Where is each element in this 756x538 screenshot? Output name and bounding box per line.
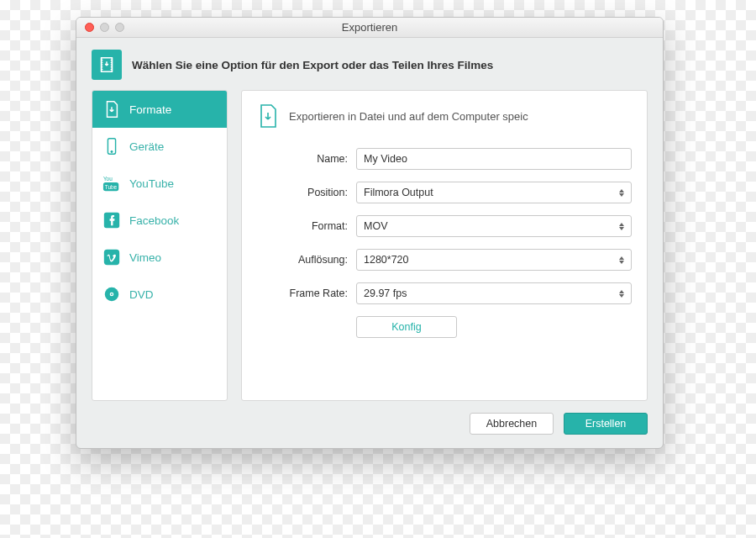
sidebar-item-dvd[interactable]: DVD: [92, 276, 227, 313]
export-sidebar: Formate Geräte YouTube YouTube: [92, 90, 228, 401]
resolution-label: Auflösung:: [257, 254, 356, 266]
sidebar-item-formats[interactable]: Formate: [92, 91, 227, 128]
header: Wählen Sie eine Option für den Export od…: [92, 50, 648, 80]
sidebar-item-label: Vimeo: [129, 251, 161, 264]
dvd-disc-icon: [102, 285, 121, 303]
framerate-select-value: 29.97 fps: [364, 287, 407, 299]
resolution-select-value: 1280*720: [364, 254, 409, 266]
resolution-select[interactable]: 1280*720: [356, 249, 632, 271]
svg-point-9: [111, 293, 113, 295]
format-select-value: MOV: [364, 220, 387, 232]
cancel-button[interactable]: Abbrechen: [470, 413, 554, 435]
svg-text:You: You: [103, 176, 113, 182]
select-updown-icon: [619, 223, 624, 230]
window-title: Exportieren: [76, 21, 663, 34]
select-updown-icon: [619, 256, 624, 264]
select-updown-icon: [619, 290, 624, 298]
svg-rect-6: [104, 250, 119, 265]
header-text: Wählen Sie eine Option für den Export od…: [132, 59, 493, 71]
file-download-icon: [102, 100, 121, 119]
sidebar-item-label: Formate: [129, 103, 171, 116]
format-label: Format:: [257, 220, 356, 232]
export-window: Exportieren Wählen Sie eine Option für d…: [76, 17, 664, 449]
framerate-label: Frame Rate:: [257, 287, 356, 299]
svg-point-1: [111, 150, 113, 152]
panel-heading: Exportieren in Datei und auf dem Compute…: [257, 103, 632, 129]
export-panel: Exportieren in Datei und auf dem Compute…: [241, 90, 648, 401]
file-download-outline-icon: [257, 103, 279, 129]
window-content: Wählen Sie eine Option für den Export od…: [76, 38, 663, 448]
sidebar-item-facebook[interactable]: Facebook: [92, 202, 227, 239]
vimeo-icon: [102, 248, 121, 266]
sidebar-item-label: YouTube: [129, 177, 174, 190]
footer: Abbrechen Erstellen: [92, 413, 648, 435]
panel-heading-text: Exportieren in Datei und auf dem Compute…: [289, 110, 528, 123]
framerate-select[interactable]: 29.97 fps: [356, 282, 632, 304]
name-label: Name:: [257, 153, 356, 165]
svg-text:Tube: Tube: [105, 184, 118, 190]
create-button[interactable]: Erstellen: [564, 413, 648, 435]
film-export-icon: [92, 50, 122, 80]
position-select-value: Filmora Output: [364, 187, 433, 198]
sidebar-item-label: Facebook: [129, 214, 179, 227]
sidebar-item-label: DVD: [129, 288, 154, 301]
position-label: Position:: [257, 187, 356, 198]
format-select[interactable]: MOV: [356, 215, 632, 237]
name-input[interactable]: [356, 148, 632, 170]
position-select[interactable]: Filmora Output: [356, 182, 632, 203]
youtube-icon: YouTube: [102, 174, 121, 193]
sidebar-item-label: Geräte: [129, 140, 164, 153]
facebook-icon: [102, 211, 121, 229]
titlebar[interactable]: Exportieren: [76, 18, 663, 38]
sidebar-item-devices[interactable]: Geräte: [92, 128, 227, 165]
sidebar-item-vimeo[interactable]: Vimeo: [92, 239, 227, 276]
config-button[interactable]: Konfig: [356, 316, 457, 338]
device-phone-icon: [102, 137, 121, 156]
select-updown-icon: [619, 189, 624, 197]
sidebar-item-youtube[interactable]: YouTube YouTube: [92, 165, 227, 202]
